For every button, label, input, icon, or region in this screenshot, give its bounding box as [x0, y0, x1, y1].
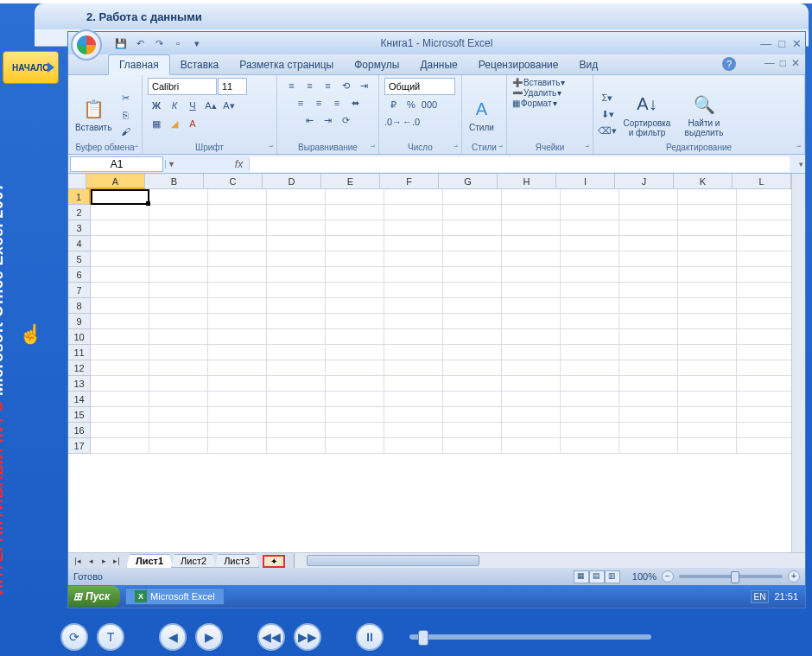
cut-icon[interactable]: ✂: [117, 91, 134, 106]
sheet-nav-prev-icon[interactable]: ◂: [85, 555, 97, 567]
cell[interactable]: [267, 205, 326, 220]
col-header-C[interactable]: C: [204, 174, 263, 189]
cell[interactable]: [619, 423, 678, 438]
cell[interactable]: [91, 220, 149, 236]
cell[interactable]: [384, 423, 443, 438]
row-header-11[interactable]: 11: [68, 345, 91, 360]
zoom-out-icon[interactable]: −: [662, 570, 674, 583]
new-sheet-button[interactable]: ✦: [263, 555, 285, 568]
cell[interactable]: [384, 407, 443, 423]
excel-minimize-icon[interactable]: —: [760, 37, 771, 50]
autosum-icon[interactable]: Σ▾: [599, 91, 616, 106]
sheet-tab-2[interactable]: Лист2: [171, 554, 216, 568]
col-header-H[interactable]: H: [498, 174, 556, 189]
undo-icon[interactable]: ↶: [132, 35, 148, 51]
select-all-corner[interactable]: [68, 174, 86, 189]
pb-forward-icon[interactable]: ▶▶: [294, 623, 321, 651]
cell[interactable]: [267, 314, 326, 329]
cell[interactable]: [443, 360, 502, 376]
row-header-3[interactable]: 3: [68, 220, 91, 236]
cell[interactable]: [619, 407, 678, 423]
percent-icon[interactable]: %: [403, 97, 420, 112]
cell[interactable]: [443, 376, 502, 392]
cell[interactable]: [443, 252, 502, 267]
grid-body[interactable]: [91, 189, 791, 552]
sheet-tab-1[interactable]: Лист1: [126, 554, 173, 568]
cell[interactable]: [443, 314, 502, 329]
cell[interactable]: [443, 236, 502, 252]
cell[interactable]: [443, 392, 502, 407]
col-header-I[interactable]: I: [556, 174, 615, 189]
cell[interactable]: [267, 329, 326, 345]
cell[interactable]: [267, 267, 326, 283]
cell[interactable]: [208, 283, 267, 298]
cell[interactable]: [502, 236, 561, 252]
row-header-16[interactable]: 16: [68, 423, 91, 438]
cell[interactable]: [678, 236, 737, 252]
cell[interactable]: [326, 236, 384, 252]
cell[interactable]: [561, 345, 619, 360]
cell[interactable]: [619, 252, 678, 267]
cell[interactable]: [737, 252, 791, 267]
cell[interactable]: [561, 392, 619, 407]
cell[interactable]: [561, 252, 619, 267]
clear-icon[interactable]: ⌫▾: [599, 124, 616, 139]
cell[interactable]: [384, 236, 443, 252]
pb-rewind-icon[interactable]: ◀◀: [257, 623, 285, 651]
cell[interactable]: [208, 252, 267, 267]
align-right-icon[interactable]: ≡: [328, 95, 346, 111]
cell[interactable]: [149, 329, 208, 345]
cell[interactable]: [502, 392, 561, 407]
cell[interactable]: [619, 392, 678, 407]
row-header-17[interactable]: 17: [68, 438, 91, 454]
col-header-G[interactable]: G: [439, 174, 498, 189]
cell[interactable]: [91, 360, 149, 376]
row-header-12[interactable]: 12: [68, 360, 91, 376]
align-bottom-icon[interactable]: ≡: [320, 78, 337, 93]
cell[interactable]: [619, 236, 678, 252]
cell[interactable]: [326, 267, 384, 283]
cell[interactable]: [267, 298, 326, 314]
tab-view[interactable]: Вид: [568, 55, 608, 74]
cell[interactable]: [678, 360, 737, 376]
cell[interactable]: [561, 329, 619, 345]
formula-input[interactable]: [250, 156, 790, 172]
cell[interactable]: [149, 345, 208, 360]
cell[interactable]: [326, 407, 384, 423]
cell[interactable]: [678, 329, 737, 345]
cell[interactable]: [326, 220, 384, 236]
cell[interactable]: [619, 220, 678, 236]
cell[interactable]: [91, 283, 149, 298]
col-header-L[interactable]: L: [733, 174, 791, 189]
cell[interactable]: [561, 376, 619, 392]
cell[interactable]: [384, 298, 443, 314]
align-center-icon[interactable]: ≡: [310, 95, 327, 111]
delete-cells-button[interactable]: ➖Удалить▾: [512, 88, 587, 98]
cell[interactable]: [91, 345, 149, 360]
cell[interactable]: [502, 220, 561, 236]
cell[interactable]: [208, 205, 267, 220]
col-header-F[interactable]: F: [380, 174, 439, 189]
cell[interactable]: [384, 189, 443, 205]
sheet-nav-next-icon[interactable]: ▸: [98, 555, 110, 567]
start-button-win[interactable]: ⊞ Пуск: [68, 586, 120, 607]
row-header-7[interactable]: 7: [68, 283, 91, 298]
cell[interactable]: [326, 314, 384, 329]
cell[interactable]: [208, 423, 267, 438]
name-box[interactable]: A1: [70, 156, 163, 172]
pb-reload-icon[interactable]: ⟳: [60, 623, 88, 651]
zoom-percent[interactable]: 100%: [632, 571, 657, 582]
cell[interactable]: [91, 252, 149, 267]
view-layout-icon[interactable]: ▤: [589, 570, 605, 583]
cell[interactable]: [149, 252, 208, 267]
cell[interactable]: [737, 267, 791, 283]
cell[interactable]: [619, 438, 678, 454]
cell[interactable]: [678, 283, 737, 298]
align-top-icon[interactable]: ≡: [283, 78, 301, 93]
cell[interactable]: [678, 220, 737, 236]
row-header-2[interactable]: 2: [68, 205, 91, 220]
underline-icon[interactable]: Ч: [184, 98, 201, 113]
cell[interactable]: [267, 376, 326, 392]
redo-icon[interactable]: ↷: [151, 35, 167, 51]
sheet-tab-3[interactable]: Лист3: [214, 554, 259, 568]
